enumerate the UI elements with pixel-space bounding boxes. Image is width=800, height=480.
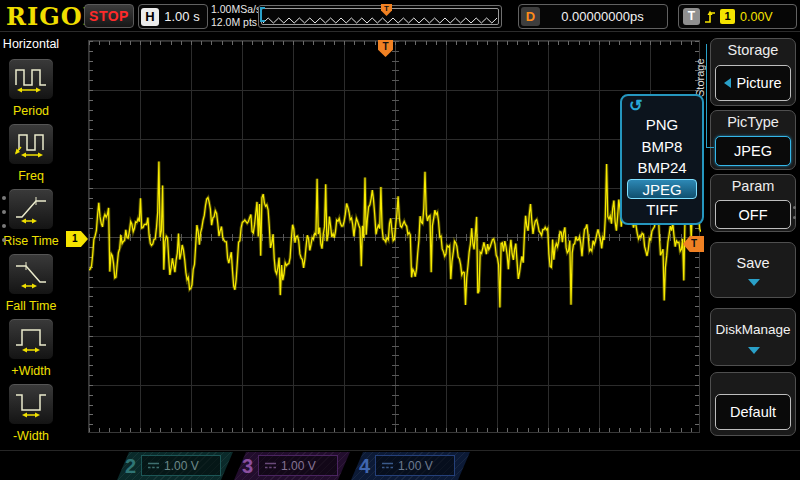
measure-freq-button[interactable] xyxy=(8,123,54,165)
run-state-badge: STOP xyxy=(84,4,134,28)
left-arrow-icon xyxy=(724,78,731,88)
sample-rate: 1.00MSa/s xyxy=(211,3,261,16)
down-arrow-icon xyxy=(748,347,760,354)
popup-item-bmp24[interactable]: BMP24 xyxy=(622,157,702,179)
memory-depth: 12.0M pts xyxy=(211,16,261,29)
pictype-label: PicType xyxy=(711,114,795,130)
measure-period-button[interactable] xyxy=(8,58,54,100)
menu-connector-line xyxy=(706,44,707,148)
scroll-dot xyxy=(793,216,796,219)
measure-period-label: Period xyxy=(0,104,62,118)
channel2-status[interactable]: 2 1.00 V xyxy=(117,452,233,480)
storage-group: Storage Picture xyxy=(710,38,796,106)
delay-badge: D xyxy=(521,7,540,26)
measure-fall-time-button[interactable] xyxy=(8,253,54,295)
trigger-badge: T xyxy=(683,8,700,25)
measure-plus-width-label: +Width xyxy=(0,364,62,378)
measure-fall-time-label: Fall Time xyxy=(0,299,62,313)
trigger-level-value: 0.00V xyxy=(740,10,773,24)
measure-minus-width-label: -Width xyxy=(0,429,62,443)
channel4-scale: 1.00 V xyxy=(398,459,433,473)
left-menu-title: Horizontal xyxy=(0,37,62,51)
channel-status-bar: 1 5.00mV B 2 1.00 V xyxy=(0,450,800,480)
waveform-display-area: 1 T T xyxy=(62,32,706,450)
save-button-label: Save xyxy=(711,255,795,271)
param-label: Param xyxy=(711,178,795,194)
popup-item-list: PNG BMP8 BMP24 JPEG TIFF xyxy=(622,114,702,220)
dc-coupling-icon xyxy=(381,461,394,470)
dc-coupling-icon xyxy=(264,461,277,470)
pictype-value: JPEG xyxy=(734,143,772,159)
measure-rise-time-button[interactable] xyxy=(8,188,54,230)
scroll-dot xyxy=(793,206,796,209)
param-group: Param OFF xyxy=(710,174,796,232)
scroll-dot xyxy=(2,210,6,214)
diskmanage-button-label: DiskManage xyxy=(711,322,795,337)
scroll-dot xyxy=(2,238,6,242)
plus-width-icon xyxy=(13,324,49,354)
channel2-number: 2 xyxy=(125,454,136,478)
rotate-knob-icon: ↺ xyxy=(629,96,642,115)
measure-freq-label: Freq xyxy=(0,169,62,183)
period-icon xyxy=(13,64,49,94)
popup-item-tiff[interactable]: TIFF xyxy=(622,199,702,221)
picture-button[interactable]: Picture xyxy=(715,65,791,101)
pictype-popup-menu: ↺ PNG BMP8 BMP24 JPEG TIFF xyxy=(620,94,704,225)
measure-minus-width-button[interactable] xyxy=(8,383,54,425)
channel1-waveform xyxy=(89,41,701,434)
channel4-number: 4 xyxy=(359,454,370,478)
pictype-button[interactable]: JPEG xyxy=(715,136,791,166)
delay-panel[interactable]: D 0.00000000ps xyxy=(518,4,668,29)
pictype-group: PicType JPEG xyxy=(710,110,796,170)
diskmanage-button[interactable]: DiskManage xyxy=(710,308,796,366)
channel4-scale-box: 1.00 V xyxy=(375,455,455,476)
default-group: Default xyxy=(710,372,796,436)
channel3-status[interactable]: 3 1.00 V xyxy=(234,452,350,480)
save-button[interactable]: Save xyxy=(710,242,796,298)
channel4-status[interactable]: 4 1.00 V xyxy=(351,452,470,480)
freq-icon xyxy=(13,129,49,159)
scroll-dot xyxy=(2,196,6,200)
left-measure-menu: Horizontal Period Freq xyxy=(0,32,62,450)
oscilloscope-screen: RIGOL STOP H 1.00 s 1.00MSa/s 12.0M pts … xyxy=(0,0,800,480)
fall-time-icon xyxy=(13,259,49,289)
delay-value: 0.00000000ps xyxy=(540,9,665,24)
right-soft-menu: Storage Picture PicType JPEG Param OFF S… xyxy=(706,32,800,450)
measure-rise-time-label: Rise Time xyxy=(0,234,62,248)
channel3-number: 3 xyxy=(242,454,253,478)
measure-plus-width-button[interactable] xyxy=(8,318,54,360)
timebase-value: 1.00 s xyxy=(159,9,205,24)
channel3-scale-box: 1.00 V xyxy=(258,455,338,476)
popup-item-bmp8[interactable]: BMP8 xyxy=(622,136,702,158)
window-bracket-icon xyxy=(260,7,265,22)
acquisition-info: 1.00MSa/s 12.0M pts xyxy=(211,3,261,29)
param-value: OFF xyxy=(739,207,768,223)
channel2-scale: 1.00 V xyxy=(164,459,199,473)
menu-connector-line xyxy=(706,147,714,148)
top-status-bar: RIGOL STOP H 1.00 s 1.00MSa/s 12.0M pts … xyxy=(0,0,800,32)
waveform-preview-strip[interactable]: T xyxy=(258,5,502,28)
trigger-slope-icon xyxy=(703,8,717,25)
dc-coupling-icon xyxy=(147,461,160,470)
param-button[interactable]: OFF xyxy=(715,200,791,229)
preview-waveform xyxy=(262,9,498,26)
preview-window xyxy=(261,8,499,25)
picture-button-label: Picture xyxy=(736,75,781,91)
trigger-panel[interactable]: T 1 0.00V xyxy=(678,4,797,29)
default-button-label: Default xyxy=(730,404,776,420)
channel2-scale-box: 1.00 V xyxy=(141,455,221,476)
scroll-dot xyxy=(2,224,6,228)
trigger-source-badge: 1 xyxy=(720,9,735,24)
horizontal-badge: H xyxy=(141,8,159,26)
horizontal-timebase-panel[interactable]: H 1.00 s xyxy=(138,4,208,29)
graticule xyxy=(88,40,700,433)
channel1-position-marker[interactable]: 1 xyxy=(66,231,88,247)
down-arrow-icon xyxy=(748,279,760,286)
rise-time-icon xyxy=(13,194,49,224)
popup-item-jpeg[interactable]: JPEG xyxy=(627,179,697,199)
minus-width-icon xyxy=(13,389,49,419)
channel3-scale: 1.00 V xyxy=(281,459,316,473)
storage-title: Storage xyxy=(711,42,795,58)
popup-item-png[interactable]: PNG xyxy=(622,114,702,136)
default-button[interactable]: Default xyxy=(715,394,791,430)
